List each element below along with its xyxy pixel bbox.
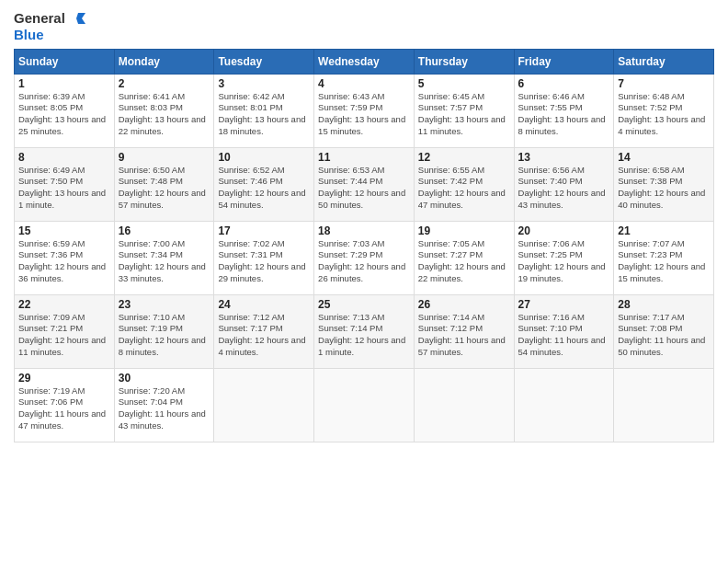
day-info: Sunrise: 6:53 AMSunset: 7:44 PMDaylight:… xyxy=(318,165,410,212)
day-number: 26 xyxy=(418,298,510,311)
day-info: Sunrise: 7:00 AMSunset: 7:34 PMDaylight:… xyxy=(119,238,210,285)
week-row-3: 15 Sunrise: 6:59 AMSunset: 7:36 PMDaylig… xyxy=(15,221,714,294)
day-number: 30 xyxy=(119,372,210,385)
day-number: 29 xyxy=(18,372,110,385)
header-day-sunday: Sunday xyxy=(15,49,115,74)
day-number: 22 xyxy=(18,298,110,311)
logo-bird-icon xyxy=(67,9,85,28)
day-cell: 26 Sunrise: 7:14 AMSunset: 7:12 PMDaylig… xyxy=(414,294,514,368)
week-row-4: 22 Sunrise: 7:09 AMSunset: 7:21 PMDaylig… xyxy=(15,294,714,368)
day-cell: 22 Sunrise: 7:09 AMSunset: 7:21 PMDaylig… xyxy=(15,294,115,368)
day-info: Sunrise: 6:56 AMSunset: 7:40 PMDaylight:… xyxy=(518,165,610,212)
day-info: Sunrise: 6:41 AMSunset: 8:03 PMDaylight:… xyxy=(119,91,210,138)
svg-marker-0 xyxy=(76,13,85,24)
day-number: 25 xyxy=(318,298,410,311)
week-row-1: 1 Sunrise: 6:39 AMSunset: 8:05 PMDayligh… xyxy=(15,74,714,147)
day-info: Sunrise: 6:39 AMSunset: 8:05 PMDaylight:… xyxy=(18,91,110,138)
header-day-friday: Friday xyxy=(514,49,614,74)
day-cell: 17 Sunrise: 7:02 AMSunset: 7:31 PMDaylig… xyxy=(214,221,314,294)
day-number: 28 xyxy=(618,298,710,311)
day-number: 6 xyxy=(518,77,610,90)
day-cell xyxy=(514,368,614,442)
header-day-thursday: Thursday xyxy=(414,49,514,74)
day-cell xyxy=(214,368,314,442)
day-cell: 19 Sunrise: 7:05 AMSunset: 7:27 PMDaylig… xyxy=(414,221,514,294)
day-info: Sunrise: 7:13 AMSunset: 7:14 PMDaylight:… xyxy=(318,312,410,359)
day-info: Sunrise: 7:06 AMSunset: 7:25 PMDaylight:… xyxy=(518,238,610,285)
day-number: 14 xyxy=(618,151,710,164)
day-number: 16 xyxy=(119,224,210,237)
day-cell: 23 Sunrise: 7:10 AMSunset: 7:19 PMDaylig… xyxy=(114,294,214,368)
logo-general: General xyxy=(14,11,65,27)
day-cell xyxy=(614,368,714,442)
day-info: Sunrise: 6:49 AMSunset: 7:50 PMDaylight:… xyxy=(18,165,110,212)
day-cell: 20 Sunrise: 7:06 AMSunset: 7:25 PMDaylig… xyxy=(514,221,614,294)
calendar-table: SundayMondayTuesdayWednesdayThursdayFrid… xyxy=(14,49,714,442)
day-number: 4 xyxy=(318,77,410,90)
day-cell: 27 Sunrise: 7:16 AMSunset: 7:10 PMDaylig… xyxy=(514,294,614,368)
week-row-2: 8 Sunrise: 6:49 AMSunset: 7:50 PMDayligh… xyxy=(15,147,714,221)
day-number: 5 xyxy=(418,77,510,90)
day-number: 17 xyxy=(218,224,310,237)
day-cell: 16 Sunrise: 7:00 AMSunset: 7:34 PMDaylig… xyxy=(114,221,214,294)
day-cell: 1 Sunrise: 6:39 AMSunset: 8:05 PMDayligh… xyxy=(15,74,115,147)
day-info: Sunrise: 6:52 AMSunset: 7:46 PMDaylight:… xyxy=(218,165,310,212)
day-cell: 24 Sunrise: 7:12 AMSunset: 7:17 PMDaylig… xyxy=(214,294,314,368)
day-cell: 6 Sunrise: 6:46 AMSunset: 7:55 PMDayligh… xyxy=(514,74,614,147)
day-info: Sunrise: 6:45 AMSunset: 7:57 PMDaylight:… xyxy=(418,91,510,138)
day-number: 27 xyxy=(518,298,610,311)
day-info: Sunrise: 6:48 AMSunset: 7:52 PMDaylight:… xyxy=(618,91,710,138)
day-number: 10 xyxy=(218,151,310,164)
day-info: Sunrise: 7:10 AMSunset: 7:19 PMDaylight:… xyxy=(119,312,210,359)
day-number: 21 xyxy=(618,224,710,237)
day-info: Sunrise: 6:55 AMSunset: 7:42 PMDaylight:… xyxy=(418,165,510,212)
day-number: 13 xyxy=(518,151,610,164)
day-cell: 21 Sunrise: 7:07 AMSunset: 7:23 PMDaylig… xyxy=(614,221,714,294)
day-info: Sunrise: 7:19 AMSunset: 7:06 PMDaylight:… xyxy=(18,385,110,432)
header-day-tuesday: Tuesday xyxy=(214,49,314,74)
day-cell: 30 Sunrise: 7:20 AMSunset: 7:04 PMDaylig… xyxy=(114,368,214,442)
day-info: Sunrise: 7:07 AMSunset: 7:23 PMDaylight:… xyxy=(618,238,710,285)
day-number: 20 xyxy=(518,224,610,237)
day-info: Sunrise: 7:02 AMSunset: 7:31 PMDaylight:… xyxy=(218,238,310,285)
day-cell: 25 Sunrise: 7:13 AMSunset: 7:14 PMDaylig… xyxy=(314,294,415,368)
day-cell: 14 Sunrise: 6:58 AMSunset: 7:38 PMDaylig… xyxy=(614,147,714,221)
day-info: Sunrise: 7:12 AMSunset: 7:17 PMDaylight:… xyxy=(218,312,310,359)
day-info: Sunrise: 7:09 AMSunset: 7:21 PMDaylight:… xyxy=(18,312,110,359)
day-cell: 8 Sunrise: 6:49 AMSunset: 7:50 PMDayligh… xyxy=(15,147,115,221)
day-cell: 3 Sunrise: 6:42 AMSunset: 8:01 PMDayligh… xyxy=(214,74,314,147)
header-day-monday: Monday xyxy=(114,49,214,74)
day-info: Sunrise: 6:58 AMSunset: 7:38 PMDaylight:… xyxy=(618,165,710,212)
day-info: Sunrise: 6:59 AMSunset: 7:36 PMDaylight:… xyxy=(18,238,110,285)
day-info: Sunrise: 7:17 AMSunset: 7:08 PMDaylight:… xyxy=(618,312,710,359)
day-info: Sunrise: 7:03 AMSunset: 7:29 PMDaylight:… xyxy=(318,238,410,285)
day-info: Sunrise: 6:42 AMSunset: 8:01 PMDaylight:… xyxy=(218,91,310,138)
day-number: 23 xyxy=(119,298,210,311)
day-number: 2 xyxy=(119,77,210,90)
day-number: 9 xyxy=(119,151,210,164)
day-cell: 29 Sunrise: 7:19 AMSunset: 7:06 PMDaylig… xyxy=(15,368,115,442)
day-number: 7 xyxy=(618,77,710,90)
day-number: 19 xyxy=(418,224,510,237)
calendar-container: General Blue SundayMondayTuesdayWednesda… xyxy=(0,0,728,452)
day-number: 3 xyxy=(218,77,310,90)
day-number: 12 xyxy=(418,151,510,164)
day-info: Sunrise: 7:20 AMSunset: 7:04 PMDaylight:… xyxy=(119,385,210,432)
day-cell: 18 Sunrise: 7:03 AMSunset: 7:29 PMDaylig… xyxy=(314,221,415,294)
day-cell xyxy=(314,368,415,442)
day-info: Sunrise: 7:05 AMSunset: 7:27 PMDaylight:… xyxy=(418,238,510,285)
day-cell: 10 Sunrise: 6:52 AMSunset: 7:46 PMDaylig… xyxy=(214,147,314,221)
header-day-saturday: Saturday xyxy=(614,49,714,74)
day-info: Sunrise: 6:50 AMSunset: 7:48 PMDaylight:… xyxy=(119,165,210,212)
day-number: 18 xyxy=(318,224,410,237)
day-number: 15 xyxy=(18,224,110,237)
week-row-5: 29 Sunrise: 7:19 AMSunset: 7:06 PMDaylig… xyxy=(15,368,714,442)
day-number: 11 xyxy=(318,151,410,164)
day-number: 1 xyxy=(18,77,110,90)
day-cell: 5 Sunrise: 6:45 AMSunset: 7:57 PMDayligh… xyxy=(414,74,514,147)
day-info: Sunrise: 6:46 AMSunset: 7:55 PMDaylight:… xyxy=(518,91,610,138)
day-number: 8 xyxy=(18,151,110,164)
header-row: SundayMondayTuesdayWednesdayThursdayFrid… xyxy=(15,49,714,74)
day-cell: 12 Sunrise: 6:55 AMSunset: 7:42 PMDaylig… xyxy=(414,147,514,221)
logo: General Blue xyxy=(14,9,85,43)
